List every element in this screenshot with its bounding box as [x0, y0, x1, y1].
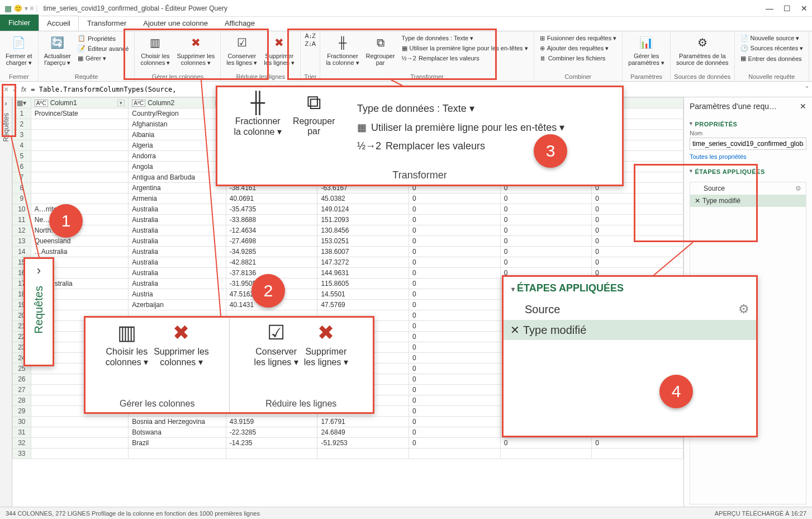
fx-icon: fx	[21, 86, 26, 93]
table-row[interactable]: 21000	[13, 321, 683, 332]
table-row[interactable]: 15…niaAustralia-42.8821147.3272000	[13, 257, 683, 268]
table-row[interactable]: 27000	[13, 385, 683, 395]
refresh-button[interactable]: 🔄 Actualiser l'aperçu ▾	[42, 32, 73, 67]
close-load-button[interactable]: 📄 Fermer et charger ▾	[3, 32, 35, 67]
corner-cell[interactable]: ▦▾	[13, 98, 31, 108]
table-row[interactable]: 19Azerbaijan40.143147.5769000	[13, 300, 683, 310]
table-row[interactable]: 33	[13, 449, 683, 459]
tab-transform[interactable]: Transformer	[79, 16, 135, 31]
choose-columns-button[interactable]: ▥ Choisir les colonnes ▾	[138, 32, 172, 67]
gear-icon[interactable]: ⚙	[795, 185, 801, 192]
recent-sources-button[interactable]: 🕑Sources récentes ▾	[738, 44, 806, 53]
append-queries-button[interactable]: ⊕Ajouter des requêtes ▾	[538, 44, 619, 53]
table-row[interactable]: 13QueenslandAustralia-27.4698153.0251000	[13, 236, 683, 247]
steps-section-header[interactable]: ÉTAPES APPLIQUÉES	[690, 168, 806, 175]
table-row[interactable]: 31Botswana-22.328524.6849000	[13, 427, 683, 438]
properties-button[interactable]: 📋Propriétés	[75, 34, 131, 43]
properties-section-header[interactable]: PROPRIÉTÉS	[690, 121, 806, 128]
formula-accept-button[interactable]: ✓	[12, 86, 18, 93]
status-left: 344 COLONNES, 272 LIGNES Profilage de la…	[6, 510, 260, 517]
settings-close-button[interactable]: ✕	[800, 102, 806, 111]
manage-parameters-button[interactable]: 📊 Gérer les paramètres ▾	[626, 32, 667, 67]
manage-button[interactable]: ▦Gérer ▾	[75, 54, 131, 63]
table-row[interactable]: 11Ne…Australia-33.8688151.2093000	[13, 215, 683, 225]
table-row[interactable]: 6Angola	[13, 162, 683, 172]
datasource-settings-button[interactable]: ⚙ Paramètres de la source de données	[674, 32, 731, 67]
replace-values-button[interactable]: ½→2Remplacer les valeurs	[400, 54, 530, 63]
group-by-button[interactable]: ⧉ Regrouper par	[364, 32, 397, 67]
keep-rows-button[interactable]: ☑ Conserver les lignes ▾	[224, 32, 259, 67]
table-row[interactable]: 24000	[13, 353, 683, 364]
name-label: Nom	[690, 130, 806, 136]
combine-files-button[interactable]: 🗎Combiner les fichiers	[538, 54, 619, 63]
sort-desc-button[interactable]: Z↓A	[305, 40, 316, 47]
combine-files-icon: 🗎	[540, 55, 546, 62]
delete-step-icon[interactable]: ✕	[695, 197, 700, 205]
table-row[interactable]: 23000	[13, 342, 683, 353]
group-parameters-label: Paramètres	[626, 72, 667, 81]
query-settings-pane: Paramètres d'une requ…✕ PROPRIÉTÉS Nom T…	[683, 97, 812, 507]
table-row[interactable]: 25000	[13, 364, 683, 374]
table-row[interactable]: 7Antigua and Barbuda	[13, 172, 683, 183]
step-type-modified[interactable]: ✕Type modifié	[690, 195, 806, 207]
merge-queries-button[interactable]: ⊞Fusionner des requêtes ▾	[538, 34, 619, 43]
minimize-button[interactable]: —	[766, 4, 773, 13]
table-icon: ▦	[402, 45, 407, 52]
datatype-button[interactable]: Type de données : Texte ▾	[400, 34, 530, 43]
column-header-1[interactable]: AᴮCColumn1▾	[31, 98, 129, 108]
recent-icon: 🕑	[740, 45, 748, 52]
formula-input[interactable]	[30, 85, 802, 94]
table-row[interactable]: 20000	[13, 310, 683, 321]
tab-view[interactable]: Affichage	[216, 16, 263, 31]
table-row[interactable]: 10A…rritoryAustralia-35.4735149.0124000	[13, 204, 683, 215]
table-row[interactable]: 3Albania	[13, 130, 683, 140]
table-row[interactable]: 9Armenia40.069145.0382000	[13, 194, 683, 204]
table-row[interactable]: 4Algeria	[13, 140, 683, 151]
table-row[interactable]: 5Andorra	[13, 151, 683, 162]
table-row[interactable]: 28Bhutan27.514290.4336000	[13, 395, 683, 406]
formula-cancel-button[interactable]: ✕	[3, 86, 9, 93]
remove-rows-button[interactable]: ✖ Supprimer les lignes ▾	[262, 32, 297, 67]
close-button[interactable]: ✕	[801, 4, 808, 13]
table-row[interactable]: 30Bosnia and Herzegovina43.915917.679100…	[13, 417, 683, 427]
table-row[interactable]: 16…aAustralia-37.8136144.9631000	[13, 268, 683, 279]
table-row[interactable]: 22000	[13, 332, 683, 342]
table-row[interactable]: 29Bolivia-16.2902-63.5887000	[13, 406, 683, 417]
group-newquery-label: Nouvelle requête	[738, 72, 806, 81]
table-row[interactable]: 12North…yAustralia-12.4634130.8456000	[13, 225, 683, 236]
group-sort-label: Trier	[304, 72, 316, 81]
tab-file[interactable]: Fichier	[0, 15, 39, 31]
split-column-button[interactable]: ╫ Fractionner la colonne ▾	[324, 32, 361, 67]
keep-rows-icon: ☑	[233, 34, 251, 51]
replace-icon: ½→2	[402, 55, 416, 62]
table-row[interactable]: 18Austria47.516214.5501000	[13, 289, 683, 300]
excel-app-icon: ▦	[4, 4, 12, 13]
step-source[interactable]: Source⚙	[690, 182, 806, 195]
column-header-2[interactable]: AᴮCColumn2▾	[129, 98, 226, 108]
group-by-icon: ⧉	[372, 34, 390, 51]
sort-asc-button[interactable]: A↓Z	[305, 32, 316, 39]
table-row[interactable]: 1Province/StateCountry/Region	[13, 108, 683, 119]
table-row[interactable]: 32Brazil-14.235-51.9253000	[13, 438, 683, 449]
table-row[interactable]: 8Argentina-38.4161-63.6167000	[13, 183, 683, 194]
ribbon-tabs: Fichier Accueil Transformer Ajouter une …	[0, 17, 812, 31]
enter-data-button[interactable]: ▦Entrer des données	[738, 54, 806, 63]
queries-sidebar-collapsed[interactable]: › Requêtes	[0, 97, 12, 507]
formula-expand-button[interactable]: ˅	[805, 86, 809, 93]
maximize-button[interactable]: ☐	[783, 4, 791, 13]
settings-pane-title: Paramètres d'une requ…	[690, 102, 777, 111]
all-properties-link[interactable]: Toutes les propriétés	[690, 153, 747, 160]
table-row[interactable]: 14…AustraliaAustralia-34.9285138.6007000	[13, 247, 683, 257]
ribbon: 📄 Fermer et charger ▾ Fermer 🔄 Actualise…	[0, 31, 812, 82]
group-datasource-label: Sources de données	[674, 72, 731, 81]
tab-add-column[interactable]: Ajouter une colonne	[135, 16, 216, 31]
tab-home[interactable]: Accueil	[39, 16, 79, 31]
new-source-button[interactable]: 📄Nouvelle source ▾	[738, 34, 806, 43]
query-name-input[interactable]	[690, 138, 806, 150]
advanced-editor-button[interactable]: 📝Éditeur avancé	[75, 44, 131, 53]
table-row[interactable]: 26000	[13, 374, 683, 385]
remove-columns-button[interactable]: ✖ Supprimer les colonnes ▾	[174, 32, 217, 67]
first-row-header-button[interactable]: ▦Utiliser la première ligne pour les en-…	[400, 44, 530, 53]
table-row[interactable]: 17…n AustraliaAustralia-31.9505115.86050…	[13, 279, 683, 289]
table-row[interactable]: 2Afghanistan	[13, 119, 683, 130]
